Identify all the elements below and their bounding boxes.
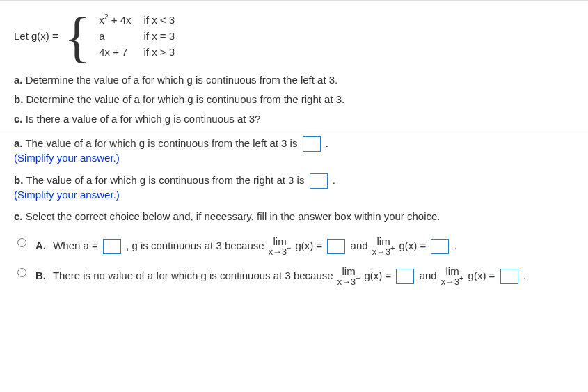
answer-b-period: .	[333, 174, 335, 186]
answer-a-hint: (Simplify your answer.)	[14, 152, 120, 164]
answer-a-text: a. The value of a for which g is continu…	[14, 137, 301, 149]
limit-left-icon-b: lim x→3−	[337, 266, 360, 286]
answer-a-input[interactable]	[303, 136, 321, 152]
case2-expr: a	[99, 30, 131, 42]
answer-b-input[interactable]	[310, 173, 328, 189]
brace-icon: {	[64, 9, 90, 65]
answer-c-intro: c. Select the correct choice below and, …	[0, 206, 588, 228]
answer-a-section: a. The value of a for which g is continu…	[0, 132, 588, 169]
choice-a-input-3[interactable]	[431, 239, 449, 254]
function-definition: Let g(x) = { x2 + 4x if x < 3 a if x = 3…	[0, 1, 588, 70]
case3-cond: if x > 3	[143, 46, 175, 58]
prompt-a: a. a. Determine the value of a for which…	[0, 70, 588, 90]
answer-b-hint: (Simplify your answer.)	[14, 189, 120, 201]
choice-a-label: A.	[35, 240, 46, 251]
limit-right-icon: lim x→3+	[372, 236, 395, 256]
limit-left-icon: lim x→3−	[269, 236, 292, 256]
prompt-b: b. Determine the value of a for which g …	[0, 90, 588, 109]
choice-a-radio[interactable]	[17, 238, 26, 247]
choice-b-input-1[interactable]	[396, 269, 414, 284]
choice-b-label: B.	[35, 269, 46, 281]
piecewise-cases: x2 + 4x if x < 3 a if x = 3 4x + 7 if x …	[99, 14, 175, 58]
choice-b-radio[interactable]	[17, 268, 26, 277]
choice-a: A. When a = , g is continuous at 3 becau…	[0, 233, 588, 263]
limit-right-icon-b: lim x→3+	[441, 266, 464, 286]
answer-b-text: b. The value of a for which g is continu…	[14, 174, 308, 186]
fn-lhs: Let g(x) =	[14, 30, 58, 42]
case3-expr: 4x + 7	[99, 46, 131, 58]
choice-a-input-2[interactable]	[327, 239, 345, 254]
choice-a-input-1[interactable]	[103, 239, 121, 254]
choice-b: B. There is no value of a for which g is…	[0, 263, 588, 293]
case2-cond: if x = 3	[143, 30, 175, 42]
answer-b-section: b. The value of a for which g is continu…	[0, 169, 588, 206]
choice-b-input-2[interactable]	[500, 269, 518, 284]
prompt-c: c. Is there a value of a for which g is …	[0, 109, 588, 129]
answer-a-period: .	[326, 137, 328, 149]
case1-cond: if x < 3	[143, 14, 175, 26]
case1-expr: x2 + 4x	[99, 14, 131, 26]
